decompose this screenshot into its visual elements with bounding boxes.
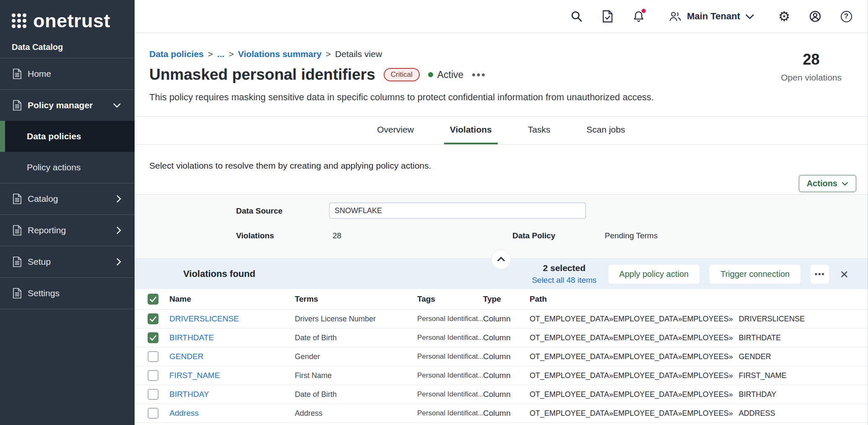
close-icon[interactable]: × (840, 267, 848, 281)
row-checkbox[interactable] (148, 332, 159, 343)
help-icon[interactable]: ? (839, 9, 853, 23)
more-actions-button[interactable]: ••• (811, 265, 829, 284)
document-icon (13, 193, 22, 204)
column-header-name[interactable]: Name (169, 295, 295, 304)
chevron-down-icon (842, 182, 848, 186)
breadcrumb-link[interactable]: Violations summary (238, 49, 322, 59)
document-icon (13, 256, 22, 267)
sidebar-item-catalog[interactable]: Catalog (0, 183, 135, 214)
notifications-bell-icon[interactable] (632, 9, 646, 23)
chevron-down-icon (113, 103, 121, 108)
open-violations-stat: 28 Open violations (781, 51, 842, 83)
document-check-icon[interactable] (600, 9, 615, 23)
selected-count: 2 selected (532, 263, 596, 273)
violations-toolbar: Select violations to resolve them by cre… (135, 145, 868, 194)
violation-name-link[interactable]: DRIVERSLICENSE (169, 314, 295, 323)
column-header-tags[interactable]: Tags (417, 295, 483, 304)
data-policy-value: Pending Terms (605, 231, 657, 240)
breadcrumb-link[interactable]: Data policies (149, 49, 204, 59)
data-source-label: Data Source (236, 206, 283, 216)
sidebar-item-data-policies[interactable]: Data policies (0, 121, 135, 152)
policy-description: This policy requires masking sensitive d… (149, 92, 868, 103)
sidebar-item-policy-actions[interactable]: Policy actions (0, 152, 135, 183)
column-header-path[interactable]: Path (530, 295, 868, 304)
column-header-terms[interactable]: Terms (295, 295, 417, 304)
apply-policy-action-button[interactable]: Apply policy action (608, 265, 700, 284)
sidebar-item-home[interactable]: Home (0, 58, 135, 89)
select-all-checkbox[interactable] (148, 294, 159, 305)
sidebar-item-settings[interactable]: Settings (0, 278, 135, 309)
tags-cell: Personal Identificat... (417, 371, 483, 380)
violations-found-title: Violations found (183, 269, 255, 279)
row-checkbox[interactable] (148, 370, 159, 381)
search-icon[interactable] (569, 9, 584, 23)
tags-cell: Personal Identificat... (417, 390, 483, 399)
violations-table: Name Terms Tags Type Path DRIVERSLICENSE… (135, 289, 868, 425)
status-badge: Active (428, 69, 464, 81)
people-icon (668, 10, 682, 22)
row-checkbox[interactable] (148, 389, 159, 400)
tenant-selector[interactable]: Main Tenant (668, 10, 754, 22)
chevron-up-icon (497, 257, 505, 262)
violations-value: 28 (333, 231, 341, 240)
actions-button[interactable]: Actions (799, 175, 856, 192)
row-checkbox[interactable] (148, 313, 159, 324)
data-policy-label: Data Policy (512, 231, 555, 240)
instruction-text: Select violations to resolve them by cre… (149, 161, 431, 171)
tags-cell: Personal Identificat... (417, 334, 483, 342)
violation-name-link[interactable]: BIRTHDAY (169, 390, 295, 399)
tab-overview[interactable]: Overview (371, 117, 420, 144)
sidebar-item-label: Setup (28, 257, 116, 267)
severity-badge: Critical (384, 68, 420, 81)
terms-cell: First Name (295, 371, 417, 380)
sidebar-item-label: Data policies (27, 131, 135, 141)
gear-icon[interactable]: ⚙ (777, 9, 791, 23)
column-header-type[interactable]: Type (483, 295, 530, 304)
tab-tasks[interactable]: Tasks (522, 117, 556, 144)
breadcrumb-separator: > (229, 49, 234, 59)
table-row: Address Address Personal Identificat... … (135, 404, 868, 422)
sidebar-item-policy-manager[interactable]: Policy manager (0, 90, 135, 121)
violation-name-link[interactable]: GENDER (169, 352, 295, 361)
row-checkbox[interactable] (148, 408, 159, 419)
trigger-connection-button[interactable]: Trigger connection (709, 265, 800, 284)
document-icon (13, 100, 22, 111)
ellipsis-menu-icon[interactable]: ••• (472, 72, 486, 77)
sidebar-nav: Home Policy manager Data policies Policy… (0, 58, 135, 309)
filter-panel: Data Source Violations 28 Data Policy Pe… (135, 194, 868, 259)
table-row: FIRST_NAME First Name Personal Identific… (135, 366, 868, 385)
chevron-right-icon (116, 258, 121, 266)
document-icon (13, 288, 22, 299)
account-icon[interactable] (808, 9, 822, 23)
row-checkbox[interactable] (148, 351, 159, 362)
tab-violations[interactable]: Violations (444, 117, 498, 144)
status-dot-icon (428, 72, 433, 77)
breadcrumb-current: Details view (335, 49, 382, 59)
table-header-row: Name Terms Tags Type Path (135, 289, 868, 309)
select-all-link[interactable]: Select all 48 items (532, 276, 596, 285)
open-violations-count: 28 (781, 51, 842, 68)
terms-cell: Date of Birth (295, 334, 417, 342)
type-cell: Column (483, 333, 530, 342)
type-cell: Column (483, 352, 530, 361)
document-icon (13, 225, 22, 236)
violation-name-link[interactable]: Address (169, 409, 295, 418)
sidebar-item-label: Policy manager (28, 100, 113, 110)
sidebar-item-setup[interactable]: Setup (0, 246, 135, 277)
sidebar-item-label: Catalog (28, 194, 116, 204)
path-cell: OT_EMPLOYEE_DATA»EMPLOYEE_DATA»EMPLOYEES… (530, 371, 868, 380)
type-cell: Column (483, 390, 530, 399)
notification-badge (642, 9, 646, 13)
tab-scan-jobs[interactable]: Scan jobs (580, 117, 631, 144)
brand-logo[interactable]: onetrust (0, 0, 135, 33)
collapse-panel-button[interactable] (491, 249, 511, 269)
breadcrumb-link-ellipsis[interactable]: ... (217, 49, 225, 59)
violation-name-link[interactable]: BIRTHDATE (169, 333, 295, 342)
sidebar-item-reporting[interactable]: Reporting (0, 215, 135, 246)
tab-bar: Overview Violations Tasks Scan jobs (135, 116, 868, 145)
terms-cell: Drivers License Number (295, 315, 417, 323)
terms-cell: Gender (295, 352, 417, 361)
type-cell: Column (483, 409, 530, 418)
data-source-input[interactable] (329, 203, 586, 219)
violation-name-link[interactable]: FIRST_NAME (169, 371, 295, 380)
